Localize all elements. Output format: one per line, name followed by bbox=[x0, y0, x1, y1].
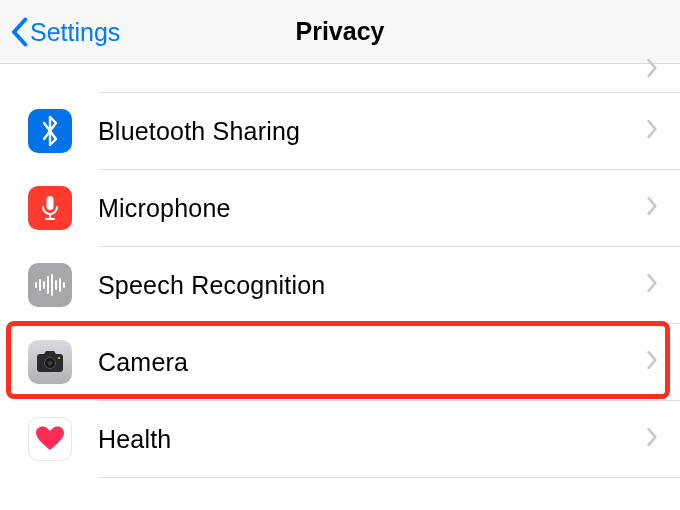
microphone-icon bbox=[28, 186, 72, 230]
list-row-partial-bottom[interactable] bbox=[0, 478, 680, 510]
svg-rect-0 bbox=[47, 196, 54, 210]
list-row-partial-top[interactable] bbox=[0, 66, 680, 92]
waveform-icon bbox=[28, 263, 72, 307]
svg-point-13 bbox=[58, 357, 60, 359]
heart-icon bbox=[28, 417, 72, 461]
list-row-speech-recognition[interactable]: Speech Recognition bbox=[0, 247, 680, 323]
list-row-microphone[interactable]: Microphone bbox=[0, 170, 680, 246]
list-row-label: Camera bbox=[98, 348, 188, 377]
list-row-label: Health bbox=[98, 425, 171, 454]
chevron-right-icon bbox=[646, 427, 658, 451]
chevron-right-icon bbox=[646, 273, 658, 297]
back-button[interactable]: Settings bbox=[10, 0, 120, 64]
list-row-label: Microphone bbox=[98, 194, 231, 223]
list-row-label: Bluetooth Sharing bbox=[98, 117, 300, 146]
list-row-camera[interactable]: Camera bbox=[0, 324, 680, 400]
chevron-right-icon bbox=[646, 119, 658, 143]
chevron-left-icon bbox=[10, 17, 28, 47]
bluetooth-icon bbox=[28, 109, 72, 153]
privacy-list: Bluetooth Sharing Microphone bbox=[0, 66, 680, 510]
list-row-bluetooth-sharing[interactable]: Bluetooth Sharing bbox=[0, 93, 680, 169]
svg-point-12 bbox=[48, 361, 53, 366]
back-label: Settings bbox=[30, 18, 120, 47]
chevron-right-icon bbox=[646, 196, 658, 220]
list-row-health[interactable]: Health bbox=[0, 401, 680, 477]
list-row-label: Speech Recognition bbox=[98, 271, 325, 300]
navigation-bar: Settings Privacy bbox=[0, 0, 680, 64]
camera-icon bbox=[28, 340, 72, 384]
chevron-right-icon bbox=[646, 350, 658, 374]
chevron-right-icon bbox=[646, 58, 658, 82]
